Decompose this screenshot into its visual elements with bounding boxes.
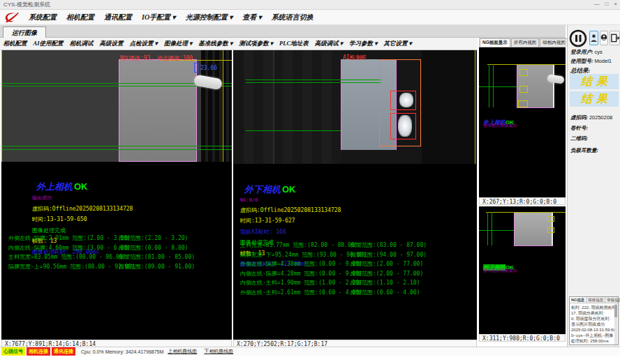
metal-tab-highlight xyxy=(398,115,412,137)
toolbar-item[interactable]: 高级调试 ▾ xyxy=(311,40,346,48)
menu-item[interactable]: IO手配置 ▾ xyxy=(137,13,181,22)
middle-measurement-rows: 主料宽度=83.77mm 范围:(82.00 - 88.00)报警范围:(83.… xyxy=(233,241,477,298)
menu-item[interactable]: 系统配置 xyxy=(24,13,61,22)
toolbar-item[interactable]: 点检设置 ▾ xyxy=(126,40,161,48)
ng-view-tab[interactable]: 细相内视图 xyxy=(540,38,568,47)
middle-camera-image[interactable]: AI检测框 xyxy=(233,50,477,164)
minimize-button[interactable]: — xyxy=(593,1,599,7)
exit-button[interactable] xyxy=(610,31,620,45)
toolbar-item[interactable]: 学习参数 ▾ xyxy=(346,40,381,48)
menu-bar: 系统配置相机配置通讯配置IO手配置 ▾光源控制配置 ▾查看 ▾系统语言切换 xyxy=(0,10,620,25)
log-scrollbar[interactable] xyxy=(614,304,617,344)
login-user-field: 登录用户: cys xyxy=(570,49,603,56)
alarm-range: 报警范围:(89.00 - 91.00) xyxy=(119,263,195,271)
menu-item[interactable]: 光源控制配置 ▾ xyxy=(181,13,238,22)
user-dark-icon xyxy=(600,33,607,43)
toolbar-item[interactable]: PLC地址表 xyxy=(276,40,312,48)
menu-item[interactable]: 通讯配置 xyxy=(99,13,137,22)
info-log-tab[interactable]: 瑕疵信息 xyxy=(586,297,605,303)
virtual-code-value: 20250208 xyxy=(589,114,612,121)
measurement-row: 外侧左线-主料=2.61mm 范围:(0.60 - 4.00)报警范围:(0.6… xyxy=(233,289,477,298)
ai-overlay-label: AI检测框 xyxy=(343,54,367,61)
title-bar: CYS-视觉检测系统 — □ × xyxy=(0,0,620,10)
toolbar-item[interactable]: AI使用配置 xyxy=(30,40,66,48)
user-icon xyxy=(591,33,597,43)
model-field: 使用型号: Model1 xyxy=(570,58,612,65)
left-camera-image[interactable]: N区阈值:93, 动态阈值:100 23.66 xyxy=(1,50,232,162)
result-display-1: 结果 xyxy=(570,74,619,89)
curve-chart-link[interactable]: 下相机曲线图 xyxy=(204,348,233,355)
toolbar: 相机配置AI使用配置相机调试高级设置点检设置 ▾图像处理 ▾基准线参数 ▾测试项… xyxy=(0,38,478,50)
status-badge: 心跳信号 xyxy=(1,347,25,356)
ng-sub-status: 显示图片瑕疵成功 xyxy=(483,123,517,129)
detect-marker-box xyxy=(547,216,554,222)
user-login-button[interactable] xyxy=(589,31,598,45)
toolbar-item[interactable]: 测试项参数 ▾ xyxy=(236,40,276,48)
log-line: 2025:02:08-13:31:59:60 xyxy=(571,327,614,333)
info-log-lines: 耗时: 222, 瑕疵检测耗时:17, 瑕疵分类耗时:0, 瑕疵提取分区耗时:显… xyxy=(571,305,614,344)
status-badge: 通讯连接 xyxy=(52,347,75,356)
measurement-row: 主料宽度=83.77mm 范围:(82.00 - 88.00)报警范围:(83.… xyxy=(233,241,477,251)
ng-camera-image[interactable]: 外上相机OK 显示图片瑕疵成功 xyxy=(479,47,566,159)
measurement-row: 外侧左线-隔膜:2.91mm 范围:(2.00 - 3.50)报警范围:(2.2… xyxy=(1,234,232,244)
toolbar-item[interactable]: 高级设置 xyxy=(96,40,126,48)
measurement-value: 内侧左线-隔膜:4.60mm 范围:(3.00 - 6.00) xyxy=(8,244,131,252)
info-log-box: NG信息瑕疵信息审核信息 耗时: 222, 瑕疵检测耗时:17, 瑕疵分类耗时:… xyxy=(569,296,619,345)
close-button[interactable]: × xyxy=(614,1,617,7)
window-title: CYS-视觉检测系统 xyxy=(3,1,50,8)
ng-view-tab[interactable]: NG画面显示 xyxy=(480,38,510,47)
left-barcode: 虚拟码:Offline20250208133134728 xyxy=(32,205,263,213)
measurement-row: 隔膜宽度-上=90.56mm 范围:(88.00 - 92.00)报警范围:(8… xyxy=(1,263,232,273)
second-sub-status: 显示图片瑕疵成功 xyxy=(483,268,517,274)
left-camera-view[interactable]: N区阈值:93, 动态阈值:100 23.66 外上相机OK 输出成功 虚拟码:… xyxy=(1,50,232,340)
model-value[interactable]: Model1 xyxy=(594,58,612,64)
toolbar-item[interactable]: 基准线参数 ▾ xyxy=(195,40,236,48)
measurement-value: 外侧左线-隔膜=4.38mm 范围:(0.00 - 9.00) xyxy=(240,260,362,268)
login-user-value: cys xyxy=(594,49,602,55)
left-time: 时间:13-31-59-650 xyxy=(32,215,263,223)
info-log-tab[interactable]: NG信息 xyxy=(570,297,586,303)
log-line: 耗时: 222, 瑕疵检测耗时: xyxy=(571,305,614,310)
info-log-tab[interactable]: 审核信息 xyxy=(605,297,620,303)
left-sub-status: 输出成功 xyxy=(32,195,263,202)
tab-strip: 运行图像 xyxy=(0,25,566,38)
menu-item[interactable]: 系统语言切换 xyxy=(267,13,318,22)
middle-barcode: 虚拟码:Offline20250208133134728 xyxy=(240,206,484,214)
menu-item[interactable]: 相机配置 xyxy=(61,13,99,22)
alarm-range: 报警范围:(83.00 - 87.00) xyxy=(350,241,427,249)
curve-chart-link[interactable]: 上相机曲线图 xyxy=(168,348,197,355)
metal-tab-highlight xyxy=(399,93,413,107)
status-badge: 相机连接 xyxy=(27,347,50,356)
menu-item[interactable]: 查看 ▾ xyxy=(237,13,267,22)
log-line: 0--cys--外上相机--图像 xyxy=(571,333,614,338)
measurement-value: 隔膜宽度-下=95.24mm 范围:(93.00 - 98.00) xyxy=(240,251,367,259)
toolbar-item[interactable]: 其它设置 ▾ xyxy=(381,40,415,48)
qr-code-label: 二维码: xyxy=(570,135,588,142)
measurement-value: 主料宽度=83.77mm 范围:(82.00 - 88.00) xyxy=(240,241,357,249)
second-camera-view[interactable]: 外上相机OK 显示图片瑕疵成功 xyxy=(479,206,566,334)
middle-ai-elapsed: 瑕疵AI耗时: 166 xyxy=(240,228,484,236)
toolbar-item[interactable]: 相机调试 xyxy=(66,40,96,48)
user-manage-button[interactable] xyxy=(600,31,608,45)
ng-coordinates-bar: X:267;Y:13;R:0;G:0;B:0 xyxy=(479,197,566,205)
toolbar-item[interactable]: 图像处理 ▾ xyxy=(161,40,195,48)
ng-view-tab[interactable]: 所有内视图 xyxy=(511,38,540,47)
toolbar-item[interactable]: 相机配置 xyxy=(0,40,30,48)
middle-camera-view[interactable]: AI检测框 外下相机OK NG:0/0 虚拟码:Offline202502081… xyxy=(233,50,477,340)
maximize-button[interactable]: □ xyxy=(605,1,608,7)
measurement-value: 外侧左线-主料=2.61mm 范围:(0.60 - 4.00) xyxy=(240,289,362,296)
measurement-value: 内侧左线-隔膜=4.28mm 范围:(0.00 - 9.00) xyxy=(240,270,362,278)
middle-camera-name: 外下相机 xyxy=(244,184,281,195)
exit-door-icon xyxy=(611,33,619,43)
alarm-range: 报警范围:(0.60 - 4.00) xyxy=(350,289,420,296)
ng-camera-view[interactable]: 外上相机OK 显示图片瑕疵成功 xyxy=(479,47,566,197)
second-camera-image[interactable]: 外上相机OK 显示图片瑕疵成功 xyxy=(479,206,566,290)
middle-camera-status: OK xyxy=(282,184,296,195)
detect-marker-box xyxy=(518,100,528,107)
dark-structure xyxy=(244,50,341,164)
measurement-value: 主料宽度=83.05mm 范围:(80.00 - 86.00) xyxy=(8,253,126,261)
info-log-tabs: NG信息瑕疵信息审核信息 xyxy=(570,297,618,303)
alarm-range: 报警范围:(2.20 - 3.20) xyxy=(119,234,188,242)
pause-button[interactable] xyxy=(569,29,587,47)
status-bar: 心跳信号相机连接通讯连接 Cpu: 0.0% Memory: 3424.4179… xyxy=(0,347,620,356)
